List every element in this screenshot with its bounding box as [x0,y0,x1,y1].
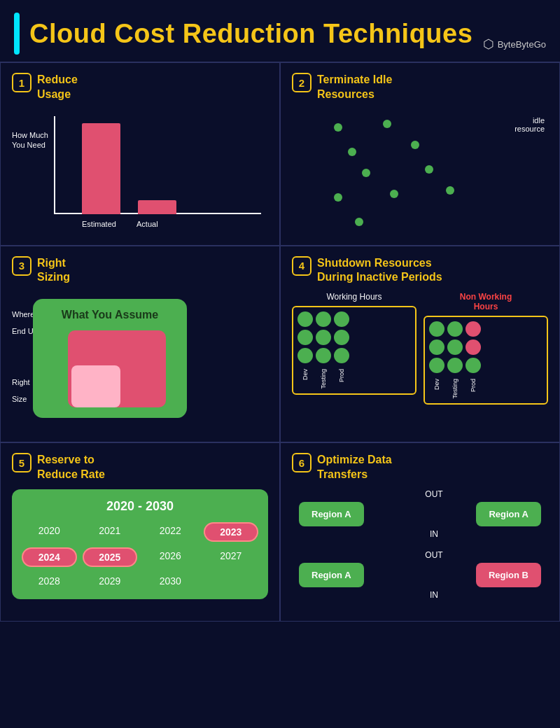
year-2022: 2022 [143,522,198,542]
cell-1-number: 1 [12,73,31,92]
cell-1-header: 1 ReduceUsage [12,73,268,102]
scatter-dot [446,186,454,195]
transfer-region-a-left-1: Region A [299,502,364,526]
transfer-in-label-2: IN [292,590,548,600]
non-working-dev-col: Dev [429,321,444,399]
year-2029: 2029 [83,573,138,589]
working-prod-col: Prod [334,312,349,389]
working-hours-label: Working Hours [292,292,416,302]
chart-axis-vertical [54,116,55,214]
transfer-region-b-right-2: Region B [476,563,541,587]
dot [429,340,444,355]
cell-3-title: RightSizing [37,256,70,286]
chart-bar-estimated [82,123,120,214]
transfer-out-label-1: OUT [292,489,548,499]
year-2026: 2026 [143,547,198,567]
col-label-testing: Testing [320,369,327,389]
cell-reduce-usage: 1 ReduceUsage How MuchYou Need Estimated… [0,62,280,246]
dot [334,330,349,345]
dot [316,348,331,363]
scatter-dot [425,165,433,174]
year-2024: 2024 [22,547,77,567]
main-grid: 1 ReduceUsage How MuchYou Need Estimated… [0,62,560,622]
cell-2-number: 2 [292,73,312,92]
transfer-region-a-left-2: Region A [299,563,364,587]
dot [334,312,349,327]
working-hours-section: Working Hours Dev Testing [292,292,416,405]
x-label-actual: Actual [136,220,158,228]
chart-area: How MuchYou Need Estimated Actual [12,109,268,235]
transfers-area: OUT Region A Region A IN OUT Region A Re… [292,489,548,600]
chart-bar-actual [138,200,176,214]
dot [316,312,331,327]
dot-red [465,340,481,355]
col-label-dev-2: Dev [433,379,440,390]
cell-6-number: 6 [292,453,312,472]
header-accent-bar [14,13,20,55]
dot [298,348,313,363]
reserve-range: 2020 - 2030 [22,499,258,514]
non-working-testing-col: Testing [447,321,463,399]
dot [316,330,331,345]
non-working-hours-section: Non WorkingHours Dev Testing [424,292,548,405]
sizing-assume-label: What You Assume [62,309,158,321]
reserve-grid: 2020 2021 2022 2023 2024 2025 2026 2027 … [22,522,258,589]
transfer-regions-row-2: Region A Region B [292,563,548,587]
scatter-dot [334,193,342,202]
reserve-area: 2020 - 2030 2020 2021 2022 2023 2024 202… [12,489,268,599]
year-2020: 2020 [22,522,77,542]
scatter-area: idleresource [292,109,548,235]
chart-y-label: How MuchYou Need [12,130,50,150]
year-2025: 2025 [83,547,138,567]
scatter-dot [362,169,370,177]
transfer-in-label-1: IN [292,529,548,539]
scatter-dot [348,148,356,156]
logo-name: ByteByteGo [498,39,546,50]
cell-shutdown: 4 Shutdown ResourcesDuring Inactive Peri… [280,246,560,443]
cell-6-header: 6 Optimize DataTransfers [292,453,548,482]
col-label-testing-2: Testing [451,379,458,399]
col-label-prod: Prod [338,369,345,382]
cell-4-number: 4 [292,256,312,276]
dot [298,330,313,345]
page-title: Cloud Cost Reduction Techniques [29,19,472,49]
logo: ⬡ ByteByteGo [483,36,546,55]
year-2028: 2028 [22,573,77,589]
transfer-block-2: OUT Region A Region B IN [292,550,548,600]
non-working-prod-col: Prod [465,321,481,399]
cell-4-header: 4 Shutdown ResourcesDuring Inactive Peri… [292,256,548,286]
col-label-dev: Dev [302,369,309,380]
cell-2-title: Terminate IdleResources [317,73,392,102]
cell-terminate-idle: 2 Terminate IdleResources idleresource [280,62,560,246]
dot [447,321,463,337]
cell-5-title: Reserve toReduce Rate [37,453,105,482]
scatter-dot [383,120,391,128]
sizing-small-pink [71,365,120,407]
cell-1-title: ReduceUsage [37,73,78,102]
scatter-dot [334,123,342,132]
working-dev-col: Dev [298,312,313,389]
transfer-block-1: OUT Region A Region A IN [292,489,548,539]
dot [298,312,313,327]
x-label-estimated: Estimated [82,220,116,228]
shutdown-area: Working Hours Dev Testing [292,292,548,405]
dot-red [465,321,481,337]
cell-5-header: 5 Reserve toReduce Rate [12,453,268,482]
year-2023: 2023 [204,522,259,542]
cell-3-header: 3 RightSizing [12,256,268,286]
page-header: Cloud Cost Reduction Techniques ⬡ ByteBy… [0,0,560,62]
dot [429,358,444,373]
cell-2-header: 2 Terminate IdleResources [292,73,548,102]
dot [429,321,444,337]
dot [447,340,463,355]
non-working-hours-label: Non WorkingHours [424,292,548,312]
transfer-regions-row-1: Region A Region A [292,502,548,526]
scatter-dot [355,218,363,226]
transfer-out-label-2: OUT [292,550,548,560]
col-label-prod-2: Prod [470,379,477,392]
cell-optimize-transfers: 6 Optimize DataTransfers OUT Region A Re… [280,442,560,622]
working-testing-col: Testing [316,312,331,389]
cell-6-title: Optimize DataTransfers [317,453,392,482]
scatter-dot [411,141,419,149]
working-hours-grid: Dev Testing Prod [292,306,416,395]
